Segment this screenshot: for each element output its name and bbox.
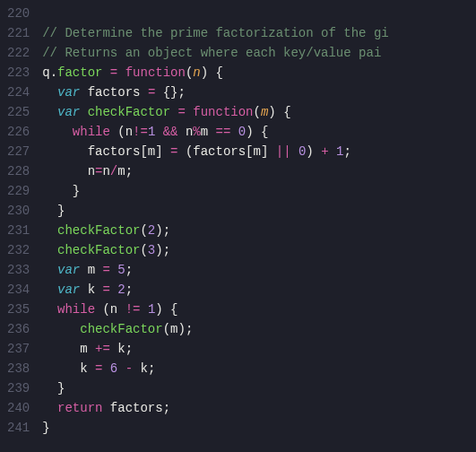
token: ; [125, 282, 133, 297]
token: ; [125, 263, 133, 277]
code-line[interactable]: while (n!=1 && n%m == 0) { [42, 122, 476, 142]
token: == [216, 125, 231, 139]
code-line[interactable]: var m = 5; [42, 260, 476, 280]
code-line[interactable]: // Determine the prime factorization of … [42, 23, 476, 43]
token [42, 381, 57, 396]
token: { [283, 105, 290, 119]
token: factors [88, 85, 141, 100]
token: ; [125, 164, 133, 178]
token [42, 302, 57, 317]
token: k [80, 361, 87, 376]
token [42, 85, 57, 100]
token: {} [163, 85, 178, 100]
token: n [102, 164, 109, 178]
token: var [57, 282, 80, 297]
code-line[interactable]: k = 6 - k; [42, 359, 476, 378]
line-number: 225 [7, 102, 30, 122]
line-number: 221 [7, 23, 30, 43]
code-line[interactable]: } [42, 181, 476, 201]
token: [ [140, 144, 147, 159]
token [42, 401, 57, 415]
token: ( [140, 223, 147, 238]
code-line[interactable]: return factors; [42, 398, 476, 418]
token [291, 144, 299, 159]
code-line[interactable]: } [42, 378, 476, 398]
token: ; [125, 342, 133, 356]
token: = [110, 65, 117, 80]
token: ) [155, 302, 162, 317]
token [276, 105, 283, 119]
token: factor [57, 65, 102, 80]
code-line[interactable]: q.factor = function(n) { [42, 63, 476, 83]
code-line[interactable]: checkFactor(m); [42, 319, 476, 339]
code-line[interactable]: var checkFactor = function(m) { [42, 102, 476, 122]
token [42, 322, 80, 336]
code-line[interactable]: // Returns an object where each key/valu… [42, 43, 476, 63]
token: = [102, 263, 109, 277]
token: q [42, 65, 49, 80]
token [80, 263, 87, 277]
token: factors [88, 144, 141, 159]
token: // Returns an object where each key/valu… [42, 46, 381, 60]
token [163, 144, 170, 159]
token: function [125, 65, 186, 80]
line-number: 223 [7, 63, 30, 83]
token [42, 223, 57, 238]
token [163, 302, 170, 317]
token [80, 85, 87, 100]
token [110, 342, 117, 356]
line-number-gutter: 2202212222232242252262272282292302312322… [0, 0, 42, 452]
token: 2 [117, 282, 125, 297]
token: while [73, 125, 110, 139]
code-line[interactable]: n=n/m; [42, 161, 476, 181]
token [42, 144, 87, 159]
token: ) [155, 243, 162, 257]
token: factors [110, 401, 163, 415]
code-line[interactable]: } [42, 201, 476, 221]
token [80, 105, 87, 119]
token: - [125, 361, 133, 376]
token: ; [343, 144, 351, 159]
token [102, 361, 109, 376]
token: { [170, 302, 177, 317]
code-line[interactable]: while (n != 1) { [42, 300, 476, 319]
token: } [42, 421, 49, 435]
code-line[interactable]: checkFactor(3); [42, 240, 476, 260]
token: n [110, 302, 117, 317]
token: k [117, 342, 125, 356]
token [42, 184, 73, 198]
code-line[interactable]: factors[m] = (factors[m] || 0) + 1; [42, 142, 476, 161]
token: checkFactor [57, 223, 140, 238]
token: n [125, 125, 133, 139]
code-line[interactable]: m += k; [42, 339, 476, 359]
code-area[interactable]: // Determine the prime factorization of … [42, 0, 476, 452]
token [254, 125, 261, 139]
token [80, 282, 87, 297]
token: ) [306, 144, 313, 159]
token: || [276, 144, 291, 159]
token [178, 125, 186, 139]
code-line[interactable]: var factors = {}; [42, 83, 476, 102]
line-number: 235 [7, 300, 30, 319]
code-line[interactable]: } [42, 418, 476, 438]
token [102, 401, 109, 415]
token: m [254, 144, 261, 159]
token: ( [140, 243, 147, 257]
code-line[interactable]: var k = 2; [42, 280, 476, 300]
token: ( [117, 125, 125, 139]
token: ; [186, 322, 193, 336]
code-editor[interactable]: 2202212222232242252262272282292302312322… [0, 0, 476, 452]
line-number: 238 [7, 359, 30, 378]
token: != [125, 302, 141, 317]
token [140, 302, 147, 317]
token: / [110, 164, 117, 178]
code-line[interactable]: checkFactor(2); [42, 221, 476, 240]
token: ( [102, 302, 109, 317]
token [177, 144, 185, 159]
token: factors [193, 144, 246, 159]
token [102, 65, 109, 80]
token: + [321, 144, 328, 159]
token [329, 144, 336, 159]
token [42, 243, 57, 257]
code-line[interactable] [42, 4, 476, 23]
